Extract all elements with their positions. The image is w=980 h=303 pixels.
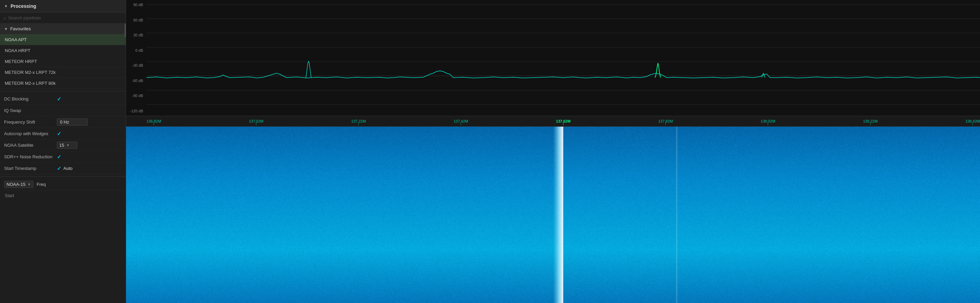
- start-timestamp-text: Auto: [64, 166, 73, 171]
- noise-reduction-label: SDR++ Noise Reduction: [4, 154, 57, 159]
- noaa-satellite-dropdown-arrow-icon: ▼: [66, 143, 70, 147]
- freq-shift-label: Frequency Shift: [4, 119, 57, 125]
- freq-tick-8: 138.42M: [965, 119, 980, 123]
- noaa-15-dropdown-arrow-icon: ▼: [28, 182, 31, 186]
- dc-blocking-check-icon: ✓: [57, 96, 61, 102]
- iq-swap-label: IQ Swap: [4, 108, 57, 113]
- pipeline-list: NOAA APT NOAA HRPT METEOR HRPT METEOR M2…: [0, 34, 126, 89]
- pipeline-item-meteor-72k[interactable]: METEOR M2-x LRPT 72k: [0, 67, 126, 78]
- waterfall-canvas: [126, 127, 980, 303]
- start-timestamp-check-icon: ✓: [57, 165, 61, 171]
- noise-reduction-value[interactable]: ✓: [57, 154, 61, 160]
- y-label-0db: 0 dB: [127, 48, 145, 52]
- divider-1: [0, 91, 126, 91]
- start-button[interactable]: Start: [0, 190, 126, 201]
- favourites-section-wrap: ▼ Favourites: [0, 24, 126, 34]
- freq-shift-input[interactable]: [57, 119, 88, 125]
- freq-tick-2: 137.22M: [351, 119, 366, 123]
- noaa-satellite-dropdown[interactable]: 15 ▼: [57, 142, 77, 149]
- setting-freq-shift: Frequency Shift: [0, 116, 126, 128]
- autocrop-label: Autocrop with Wedges: [4, 131, 57, 136]
- setting-iq-swap: IQ Swap: [0, 105, 126, 116]
- search-icon: ⌕: [3, 15, 6, 21]
- setting-noise-reduction: SDR++ Noise Reduction ✓: [0, 151, 126, 163]
- noaa-satellite-label: NOAA Satellite: [4, 143, 57, 148]
- freq-ticks: 136.82M 137.02M 137.22M 137.42M 137.62M …: [146, 119, 980, 123]
- freq-tick-5: 137.82M: [658, 119, 673, 123]
- noaa-satellite-dropdown-value: 15: [59, 143, 64, 148]
- pipeline-item-noaa-hrpt[interactable]: NOAA HRPT: [0, 45, 126, 56]
- right-panel: 90 dB 60 dB 30 dB 0 dB -30 dB -60 dB -90…: [126, 0, 980, 303]
- noise-reduction-check-icon: ✓: [57, 154, 61, 160]
- spectrum-view: 90 dB 60 dB 30 dB 0 dB -30 dB -60 dB -90…: [126, 0, 980, 116]
- freq-tick-4: 137.62M: [556, 119, 571, 123]
- divider-2: [0, 176, 126, 177]
- favourites-label: Favourites: [10, 26, 31, 31]
- freq-tick-1: 137.02M: [249, 119, 263, 123]
- y-label-30db: 30 dB: [127, 33, 145, 37]
- processing-chevron-icon: ▼: [4, 4, 8, 8]
- favourites-chevron-icon: ▼: [4, 27, 8, 31]
- search-container: ⌕: [0, 13, 126, 24]
- autocrop-check-icon: ✓: [57, 131, 61, 137]
- freq-tick-3: 137.42M: [453, 119, 468, 123]
- setting-dc-blocking: DC Blocking ✓: [0, 93, 126, 105]
- spectrum-canvas: [146, 0, 980, 116]
- setting-start-timestamp: Start Timestamp ✓ Auto: [0, 163, 126, 174]
- scrollbar-indicator: [125, 24, 126, 37]
- y-label-60db: 60 dB: [127, 18, 145, 22]
- spectrum-svg: [146, 0, 980, 116]
- start-timestamp-value[interactable]: ✓ Auto: [57, 165, 73, 171]
- waterfall-view: [126, 127, 980, 303]
- pipeline-item-meteor-hrpt[interactable]: METEOR HRPT: [0, 56, 126, 67]
- autocrop-value[interactable]: ✓: [57, 131, 61, 137]
- bottom-noaa-row: NOAA-15 ▼ Freq: [0, 179, 126, 190]
- pipeline-item-noaa-apt[interactable]: NOAA APT: [0, 34, 126, 45]
- pipeline-item-meteor-80k[interactable]: METEOR M2-x LRPT 80k: [0, 78, 126, 89]
- y-label-neg90db: -90 dB: [127, 94, 145, 98]
- start-timestamp-label: Start Timestamp: [4, 166, 57, 171]
- freq-tick-7: 138.22M: [863, 119, 878, 123]
- freq-tick-0: 136.82M: [146, 119, 161, 123]
- noaa-15-label: NOAA-15: [6, 182, 25, 187]
- left-panel: ▼ Processing ⌕ ▼ Favourites NOAA APT NOA…: [0, 0, 126, 303]
- setting-noaa-satellite: NOAA Satellite 15 ▼: [0, 140, 126, 151]
- noaa-15-dropdown[interactable]: NOAA-15 ▼: [4, 181, 33, 188]
- y-axis: 90 dB 60 dB 30 dB 0 dB -30 dB -60 dB -90…: [126, 0, 146, 116]
- noaa-satellite-value: 15 ▼: [57, 142, 77, 149]
- freq-axis: 136.82M 137.02M 137.22M 137.42M 137.62M …: [126, 116, 980, 127]
- y-label-neg120db: -120 dB: [127, 109, 145, 113]
- dc-blocking-label: DC Blocking: [4, 96, 57, 102]
- dc-blocking-value[interactable]: ✓: [57, 96, 61, 102]
- processing-title: Processing: [11, 3, 36, 9]
- y-label-neg30db: -30 dB: [127, 63, 145, 67]
- freq-label: Freq: [37, 182, 46, 187]
- y-label-neg60db: -60 dB: [127, 79, 145, 83]
- freq-tick-6: 138.02M: [760, 119, 775, 123]
- y-label-90db: 90 dB: [127, 3, 145, 7]
- processing-header[interactable]: ▼ Processing: [0, 0, 126, 13]
- favourites-section-header[interactable]: ▼ Favourites: [0, 24, 126, 34]
- setting-autocrop: Autocrop with Wedges ✓: [0, 128, 126, 140]
- search-input[interactable]: [8, 15, 123, 21]
- freq-shift-value: [57, 119, 88, 125]
